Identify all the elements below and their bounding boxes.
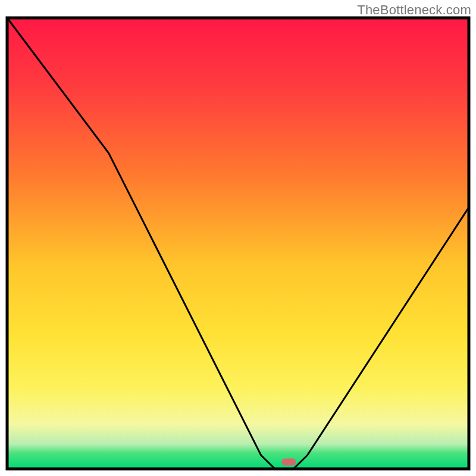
gradient-background	[7, 18, 469, 469]
bottleneck-chart	[0, 0, 476, 476]
optimal-point-marker	[281, 459, 296, 466]
watermark-label: TheBottleneck.com	[357, 2, 471, 18]
chart-container: TheBottleneck.com	[0, 0, 476, 476]
